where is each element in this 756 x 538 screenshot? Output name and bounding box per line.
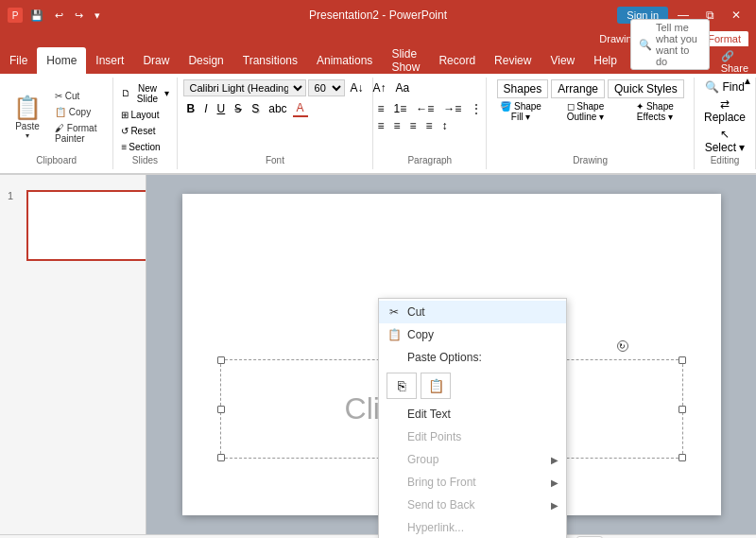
arrange-button[interactable]: Arrange: [551, 79, 605, 98]
ctx-hyperlink-label: Hyperlink...: [407, 521, 464, 534]
ribbon: File Home Insert Draw Design Transitions…: [0, 47, 756, 175]
undo-button[interactable]: ↩: [51, 8, 67, 24]
handle-br[interactable]: [679, 454, 686, 461]
paragraph-group: ≡ 1≡ ←≡ →≡ ⋮ ≡ ≡ ≡ ≡ ↕ Paragraph: [373, 78, 487, 169]
rotate-handle[interactable]: ↻: [617, 340, 628, 352]
paste-button[interactable]: 📋 Paste ▾: [6, 91, 49, 144]
shapes-button[interactable]: Shapes: [497, 79, 549, 98]
find-button[interactable]: 🔍 Find: [701, 79, 748, 95]
tab-transitions[interactable]: Transitions: [233, 47, 307, 74]
ctx-cut[interactable]: ✂ Cut: [379, 301, 566, 323]
window-title: Presentation2 - PowerPoint: [309, 9, 447, 22]
clipboard-right: ✂ Cut 📋 Copy 🖌 Format Painter: [51, 89, 107, 146]
shape-outline-button[interactable]: ◻ Shape Outline ▾: [552, 100, 619, 123]
decrease-indent-button[interactable]: ←≡: [412, 101, 438, 116]
tab-file[interactable]: File: [0, 47, 37, 74]
drawing-content: Shapes Arrange Quick Styles 🪣 Shape Fill…: [492, 79, 688, 155]
ctx-edit-text[interactable]: Edit Text: [379, 403, 566, 425]
columns-button[interactable]: ⋮: [467, 101, 486, 116]
bullet-list-button[interactable]: ≡: [373, 101, 387, 116]
ctx-copy[interactable]: 📋 Copy: [379, 323, 566, 346]
editing-group: 🔍 Find ⇄ Replace ↖ Select ▾ Editing: [695, 78, 756, 169]
italic-button[interactable]: I: [200, 101, 211, 116]
tab-draw[interactable]: Draw: [133, 47, 179, 74]
bring-front-arrow: ▶: [551, 477, 558, 488]
ctx-send-to-back: Send to Back ▶: [379, 494, 566, 516]
char-spacing-button[interactable]: abc: [265, 101, 290, 116]
align-center-button[interactable]: ≡: [389, 118, 404, 133]
paste-use-dest-button[interactable]: ⎘: [387, 373, 417, 399]
edit-points-icon: [387, 429, 402, 444]
copy-button[interactable]: 📋 Copy: [51, 105, 107, 119]
tab-record[interactable]: Record: [429, 47, 485, 74]
group-icon: [387, 452, 402, 467]
font-size-select[interactable]: 60: [308, 79, 345, 96]
cut-button[interactable]: ✂ Cut: [51, 89, 107, 103]
line-spacing-button[interactable]: ↕: [438, 118, 452, 133]
paste-keep-source-button[interactable]: 📋: [421, 373, 451, 399]
ctx-send-to-back-label: Send to Back: [407, 498, 474, 512]
tab-view[interactable]: View: [541, 47, 584, 74]
close-button[interactable]: ✕: [724, 5, 748, 26]
handle-tl[interactable]: [217, 356, 225, 364]
send-back-arrow: ▶: [551, 500, 558, 511]
quick-access-toolbar: 💾 ↩ ↪ ▾: [26, 8, 104, 24]
tab-review[interactable]: Review: [485, 47, 541, 74]
decrease-font-button[interactable]: A↓: [347, 80, 368, 95]
numbered-list-button[interactable]: 1≡: [389, 101, 410, 116]
paragraph-content: ≡ 1≡ ←≡ →≡ ⋮ ≡ ≡ ≡ ≡ ↕: [373, 79, 486, 155]
font-color-button[interactable]: A: [293, 100, 308, 117]
handle-mr[interactable]: [679, 406, 686, 413]
handle-bl[interactable]: [217, 454, 225, 461]
layout-button[interactable]: ⊞ Layout: [119, 108, 170, 122]
font-style-row: B I U S̶ S abc A: [183, 100, 368, 117]
slides-content: 🗋 New Slide▾ ⊞ Layout ↺ Reset ≡ Section: [119, 79, 170, 155]
ctx-group: Group ▶: [379, 448, 566, 471]
drawing-label: Drawing: [573, 155, 608, 167]
tab-home[interactable]: Home: [37, 47, 86, 74]
clipboard-group-content: 📋 Paste ▾ ✂ Cut 📋 Copy 🖌 Format Painter: [6, 79, 107, 155]
tab-animations[interactable]: Animations: [307, 47, 382, 74]
format-painter-button[interactable]: 🖌 Format Painter: [51, 121, 107, 146]
slide-thumbnail-1[interactable]: [26, 190, 146, 261]
shadow-button[interactable]: S: [248, 101, 263, 116]
tab-help[interactable]: Help: [584, 47, 627, 74]
ctx-hyperlink: Hyperlink...: [379, 516, 566, 538]
customize-qa-button[interactable]: ▾: [91, 8, 104, 24]
replace-button[interactable]: ⇄ Replace: [700, 96, 749, 125]
font-family-select[interactable]: Calibri Light (Headings): [183, 79, 306, 96]
handle-tr[interactable]: [679, 356, 686, 364]
editing-label: Editing: [711, 155, 740, 167]
tab-design[interactable]: Design: [179, 47, 232, 74]
new-slide-button[interactable]: 🗋 New Slide▾: [119, 81, 170, 106]
quick-styles-button[interactable]: Quick Styles: [608, 79, 684, 98]
strikethrough-button[interactable]: S̶: [231, 101, 246, 116]
reset-button[interactable]: ↺ Reset: [119, 124, 170, 138]
paste-icon: 📋: [13, 95, 42, 121]
increase-indent-button[interactable]: →≡: [439, 101, 465, 116]
tab-insert[interactable]: Insert: [86, 47, 133, 74]
collapse-ribbon-button[interactable]: ▲: [743, 76, 752, 86]
handle-ml[interactable]: [217, 406, 225, 413]
align-left-button[interactable]: ≡: [373, 118, 387, 133]
ctx-bring-to-front: Bring to Front ▶: [379, 471, 566, 494]
ctx-edit-text-label: Edit Text: [407, 408, 451, 421]
redo-button[interactable]: ↪: [71, 8, 87, 24]
align-right-button[interactable]: ≡: [405, 118, 420, 133]
tab-slideshow[interactable]: Slide Show: [382, 47, 429, 74]
shape-effects-button[interactable]: ✦ Shape Effects ▾: [622, 100, 688, 123]
copy-icon: 📋: [387, 327, 402, 342]
font-family-row: Calibri Light (Headings) 60 A↓ A↑ Aa: [183, 79, 368, 96]
underline-button[interactable]: U: [214, 101, 230, 116]
ctx-paste-options-label: Paste Options:: [407, 351, 482, 364]
bold-button[interactable]: B: [183, 101, 199, 116]
shape-fill-button[interactable]: 🪣 Shape Fill ▾: [492, 100, 549, 123]
ribbon-search[interactable]: 🔍 Tell me what you want to do: [630, 19, 710, 70]
save-button[interactable]: 💾: [26, 8, 47, 24]
bring-front-icon: [387, 475, 402, 490]
app-icon: P: [8, 8, 23, 23]
section-button[interactable]: ≡ Section: [119, 140, 170, 154]
share-button[interactable]: 🔗 Share: [713, 50, 756, 74]
select-button[interactable]: ↖ Select ▾: [700, 127, 749, 155]
justify-button[interactable]: ≡: [422, 118, 437, 133]
